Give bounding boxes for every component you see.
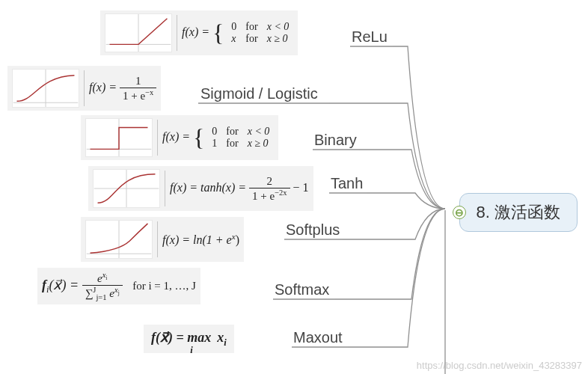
plot-softplus bbox=[85, 220, 153, 259]
central-title: 8. 激活函数 bbox=[477, 203, 560, 221]
card-maxout: f(x⃗) = maxi xi bbox=[144, 325, 234, 353]
formula-softmax: fi(x⃗) = exi ∑Jj=1 exj for i = 1, …, J bbox=[42, 271, 196, 301]
collapse-icon[interactable]: ⊖ bbox=[453, 206, 466, 219]
branch-label-sigmoid[interactable]: Sigmoid / Logistic bbox=[200, 85, 318, 102]
central-node[interactable]: ⊖ 8. 激活函数 bbox=[459, 193, 578, 232]
plot-tanh bbox=[93, 169, 160, 208]
branch-label-softplus[interactable]: Softplus bbox=[286, 221, 340, 239]
branch-label-binary[interactable]: Binary bbox=[314, 132, 357, 149]
formula-tanh: f(x) = tanh(x) = 21 + e−2x − 1 bbox=[170, 175, 309, 203]
card-binary: f(x) = { 0forx < 01forx ≥ 0 bbox=[81, 115, 278, 160]
formula-softplus: f(x) = ln(1 + ex) bbox=[162, 232, 239, 247]
formula-sigmoid: f(x) = 11 + e−x bbox=[89, 75, 156, 102]
formula-maxout: f(x⃗) = maxi xi bbox=[151, 329, 227, 349]
branch-label-maxout[interactable]: Maxout bbox=[293, 329, 343, 346]
branch-label-softmax[interactable]: Softmax bbox=[275, 281, 329, 298]
plot-binary bbox=[85, 118, 153, 157]
card-relu: f(x) = { 0forx < 0xforx ≥ 0 bbox=[100, 10, 298, 55]
card-softplus: f(x) = ln(1 + ex) bbox=[81, 217, 244, 262]
watermark: https://blog.csdn.net/weixin_43283397 bbox=[417, 360, 582, 371]
branch-label-relu[interactable]: ReLu bbox=[352, 28, 388, 46]
card-tanh: f(x) = tanh(x) = 21 + e−2x − 1 bbox=[88, 166, 313, 211]
plot-sigmoid bbox=[12, 69, 79, 108]
plot-relu bbox=[105, 13, 172, 52]
card-softmax: fi(x⃗) = exi ∑Jj=1 exj for i = 1, …, J bbox=[37, 268, 200, 304]
card-sigmoid: f(x) = 11 + e−x bbox=[7, 66, 161, 111]
formula-binary: f(x) = { 0forx < 01forx ≥ 0 bbox=[162, 126, 274, 150]
formula-relu: f(x) = { 0forx < 0xforx ≥ 0 bbox=[182, 21, 293, 45]
branch-label-tanh[interactable]: Tanh bbox=[331, 175, 363, 192]
